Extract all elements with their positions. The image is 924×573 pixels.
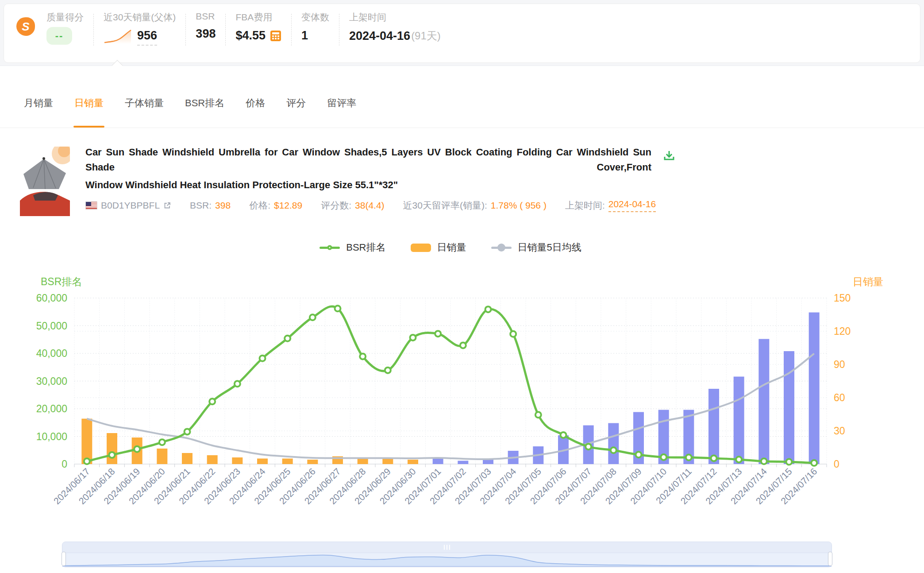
stat-listing-date[interactable]: 上架时间 2024-04-16 (91天)	[349, 11, 441, 43]
svg-text:60: 60	[834, 392, 845, 403]
tab-monthly-sales[interactable]: 月销量	[13, 78, 64, 128]
svg-text:0: 0	[62, 458, 67, 470]
product-analytics-panel: S 质量得分 -- 近30天销量(父体) 956 BSR	[0, 0, 924, 573]
external-link-icon[interactable]	[163, 201, 171, 209]
info-price: 价格:$12.89	[249, 199, 302, 212]
divider	[339, 14, 339, 46]
datazoom-slider[interactable]	[62, 542, 832, 567]
detail-panel: 月销量 日销量 子体销量 BSR排名 价格 评分 留评率 Car Sun Sha…	[0, 66, 924, 573]
stat-label: FBA费用	[235, 11, 281, 23]
legend-5day-avg[interactable]: 日销量5日均线	[491, 241, 581, 254]
divider	[185, 14, 186, 46]
tab-review-rate[interactable]: 留评率	[316, 78, 367, 128]
tab-bsr-rank[interactable]: BSR排名	[174, 78, 235, 128]
datazoom-grip-icon[interactable]	[443, 545, 451, 550]
stat-variants[interactable]: 变体数 1	[301, 11, 329, 43]
svg-text:50,000: 50,000	[36, 320, 67, 332]
info-review-rate: 近30天留评率(销量):1.78% ( 956 )	[403, 199, 547, 212]
divider	[225, 14, 226, 46]
info-listing-date: 上架时间: 2024-04-16	[565, 199, 656, 212]
datazoom-left-handle[interactable]	[62, 552, 66, 566]
sellersprite-logo-icon: S	[16, 17, 35, 36]
svg-text:30: 30	[834, 425, 845, 437]
sales-30d-value: 956	[137, 29, 157, 46]
asin-text: B0D1YBPBFL	[101, 200, 160, 211]
quality-score-badge: --	[46, 27, 72, 45]
svg-text:150: 150	[834, 292, 851, 304]
us-flag-icon	[85, 201, 97, 209]
svg-text:60,000: 60,000	[36, 292, 67, 304]
bsr-value: 398	[196, 27, 216, 41]
svg-text:日销量: 日销量	[853, 276, 883, 287]
listing-date-value: 2024-04-16	[349, 29, 410, 43]
product-info-row: B0D1YBPBFL BSR:398 价格:$12.89 评分数:38(4.4)…	[85, 199, 674, 212]
daily-sales-bsr-chart[interactable]: 010,00020,00030,00040,00050,00060,000030…	[0, 264, 924, 539]
stat-bsr[interactable]: BSR 398	[196, 11, 216, 41]
bsr-line-marker-icon	[320, 247, 340, 249]
tab-child-sales[interactable]: 子体销量	[114, 78, 174, 128]
info-bsr: BSR:398	[190, 200, 231, 211]
stat-label: 质量得分	[46, 11, 84, 23]
listing-age: (91天)	[411, 29, 441, 43]
product-stats-header: S 质量得分 -- 近30天销量(父体) 956 BSR	[4, 4, 920, 63]
legend-daily-sales[interactable]: 日销量	[411, 241, 466, 254]
legend-bsr[interactable]: BSR排名	[320, 241, 385, 254]
tab-daily-sales[interactable]: 日销量	[64, 78, 114, 128]
divider	[291, 14, 292, 46]
tab-price[interactable]: 价格	[235, 78, 276, 128]
svg-text:20,000: 20,000	[36, 403, 67, 414]
svg-text:40,000: 40,000	[36, 348, 67, 359]
metric-tabs: 月销量 日销量 子体销量 BSR排名 价格 评分 留评率	[0, 66, 924, 128]
stat-30day-sales[interactable]: 近30天销量(父体) 956	[104, 11, 176, 46]
stat-fba-fee[interactable]: FBA费用 $4.55	[235, 11, 281, 43]
avg-line-marker-icon	[491, 247, 512, 249]
datazoom-preview	[62, 553, 832, 567]
product-image[interactable]	[20, 147, 70, 216]
stat-label: 近30天销量(父体)	[104, 11, 176, 23]
datazoom-grip-bar[interactable]	[62, 542, 832, 553]
fba-fee-value: $4.55	[235, 29, 266, 43]
info-rating: 评分数:38(4.4)	[321, 199, 384, 212]
calculator-icon[interactable]	[270, 30, 281, 42]
sales-bar-marker-icon	[411, 244, 431, 252]
listing-date-link[interactable]: 2024-04-16	[608, 199, 656, 212]
stat-label: 上架时间	[349, 11, 441, 23]
divider	[93, 14, 94, 46]
sales-sparkline-icon	[104, 29, 132, 45]
svg-text:30,000: 30,000	[36, 376, 67, 387]
svg-text:0: 0	[834, 458, 839, 470]
stat-label: 变体数	[301, 11, 329, 23]
svg-text:BSR排名: BSR排名	[41, 276, 82, 287]
stat-label: BSR	[196, 11, 216, 22]
svg-text:120: 120	[834, 325, 851, 337]
tab-rating[interactable]: 评分	[276, 78, 316, 128]
chart-legend: BSR排名 日销量 日销量5日均线	[0, 241, 924, 254]
product-title: Car Sun Shade Windshield Umbrella for Ca…	[85, 145, 651, 193]
stat-quality-score[interactable]: 质量得分 --	[46, 11, 84, 45]
svg-text:90: 90	[834, 359, 845, 370]
download-icon[interactable]	[663, 149, 675, 162]
svg-text:10,000: 10,000	[36, 431, 67, 442]
variants-value: 1	[301, 29, 329, 43]
asin-block: B0D1YBPBFL	[85, 200, 171, 211]
datazoom-right-handle[interactable]	[828, 552, 832, 566]
